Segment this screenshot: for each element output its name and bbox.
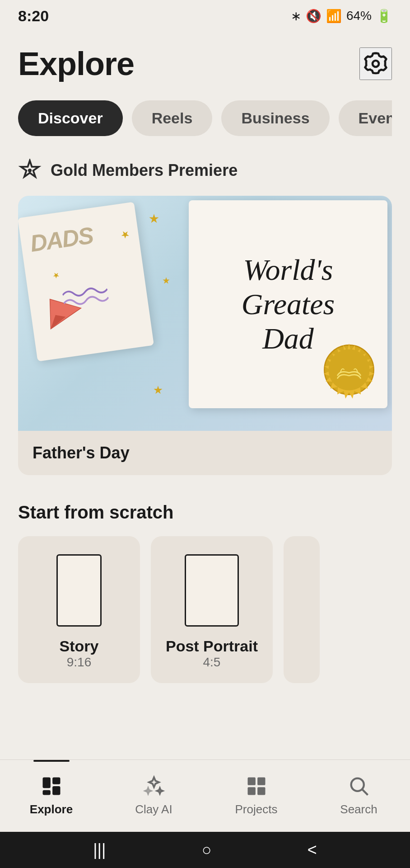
battery-text: 64% (346, 9, 372, 23)
nav-explore[interactable]: Explore (0, 769, 102, 821)
svg-line-17 (362, 790, 368, 795)
story-name: Story (60, 637, 99, 655)
gold-dot-2 (52, 271, 61, 280)
svg-rect-9 (52, 778, 60, 784)
mute-icon: 🔇 (306, 9, 321, 24)
scratch-card-partial[interactable] (284, 536, 320, 683)
scratch-cards-container: Story 9:16 Post Portrait 4:5 (18, 536, 392, 683)
system-nav-bar: ||| ○ < (0, 832, 410, 868)
status-icons: ∗ 🔇 📶 64% 🔋 (291, 9, 392, 24)
back-nav-icon[interactable]: < (308, 840, 317, 859)
dads-text: DADS (28, 222, 94, 257)
scatter-dot-3 (154, 386, 163, 395)
nav-projects-label: Projects (235, 802, 278, 816)
gold-members-section: Gold Members Premiere (18, 159, 392, 182)
nav-search[interactable]: Search (308, 769, 410, 821)
tab-business[interactable]: Business (221, 100, 329, 136)
svg-point-7 (329, 349, 370, 391)
scratch-card-portrait[interactable]: Post Portrait 4:5 (151, 536, 273, 683)
header: Explore (18, 45, 392, 82)
card-right: World'sGreatesDad (189, 200, 387, 408)
explore-icon (40, 774, 63, 798)
nav-clay-ai[interactable]: Clay AI (102, 769, 205, 821)
main-content: Explore Discover Reels Business Events E… (0, 32, 410, 760)
projects-nav-icon (244, 774, 269, 799)
featured-label-text: Father's Day (33, 443, 130, 462)
nav-explore-label: Explore (30, 802, 73, 816)
story-rect (56, 554, 102, 627)
clay-ai-nav-icon (141, 774, 167, 799)
svg-point-16 (351, 778, 363, 791)
portrait-rect (185, 554, 239, 627)
svg-rect-8 (42, 778, 50, 788)
settings-button[interactable] (359, 47, 392, 80)
page-title: Explore (18, 45, 134, 82)
story-ratio: 9:16 (60, 655, 99, 670)
status-time: 8:20 (18, 7, 49, 25)
search-icon (347, 774, 371, 798)
portrait-icon (185, 554, 239, 627)
svg-rect-15 (257, 787, 265, 795)
bottom-nav: Explore Clay AI Projects (0, 760, 410, 832)
nav-search-label: Search (340, 802, 377, 816)
wifi-icon: 📶 (326, 9, 342, 24)
portrait-name: Post Portrait (166, 637, 258, 655)
gold-star-icon (18, 159, 42, 182)
home-nav-icon[interactable]: ○ (202, 840, 212, 859)
scratch-card-story-label: Story 9:16 (60, 637, 99, 670)
menu-nav-icon[interactable]: ||| (93, 840, 106, 859)
scratch-title: Start from scratch (18, 502, 392, 523)
clay-ai-icon (142, 774, 166, 798)
tabs-container: Discover Reels Business Events E (18, 100, 392, 136)
svg-rect-14 (247, 787, 255, 795)
nav-projects[interactable]: Projects (205, 769, 308, 821)
svg-rect-12 (247, 778, 255, 785)
search-nav-icon (346, 774, 372, 799)
svg-rect-13 (257, 778, 265, 785)
gold-seal-icon (320, 340, 378, 399)
tab-reels[interactable]: Reels (132, 100, 213, 136)
card-left: DADS (18, 202, 154, 361)
featured-label: Father's Day (18, 431, 392, 475)
bluetooth-icon: ∗ (291, 9, 301, 24)
scratch-card-portrait-label: Post Portrait 4:5 (166, 637, 258, 670)
gold-section-title: Gold Members Premiere (51, 161, 238, 180)
svg-point-0 (373, 61, 379, 67)
gold-dot (120, 229, 131, 240)
gear-icon (363, 51, 388, 76)
tab-events[interactable]: Events (339, 100, 392, 136)
featured-image: DADS World'sGreatesDad (18, 196, 392, 431)
portrait-ratio: 4:5 (166, 655, 258, 670)
svg-point-1 (29, 170, 31, 171)
scatter-dot-1 (149, 214, 159, 224)
battery-icon: 🔋 (376, 9, 392, 24)
tab-discover[interactable]: Discover (18, 100, 123, 136)
svg-rect-10 (42, 790, 50, 795)
projects-icon (245, 774, 268, 798)
nav-clay-ai-label: Clay AI (135, 802, 172, 816)
explore-nav-icon (39, 774, 64, 799)
status-bar: 8:20 ∗ 🔇 📶 64% 🔋 (0, 0, 410, 32)
scratch-card-story[interactable]: Story 9:16 (18, 536, 140, 683)
wavy-lines-icon (62, 283, 110, 312)
story-icon (56, 554, 102, 627)
scatter-dot-2 (163, 277, 170, 284)
featured-card[interactable]: DADS World'sGreatesDad (18, 196, 392, 475)
svg-rect-11 (52, 786, 60, 795)
